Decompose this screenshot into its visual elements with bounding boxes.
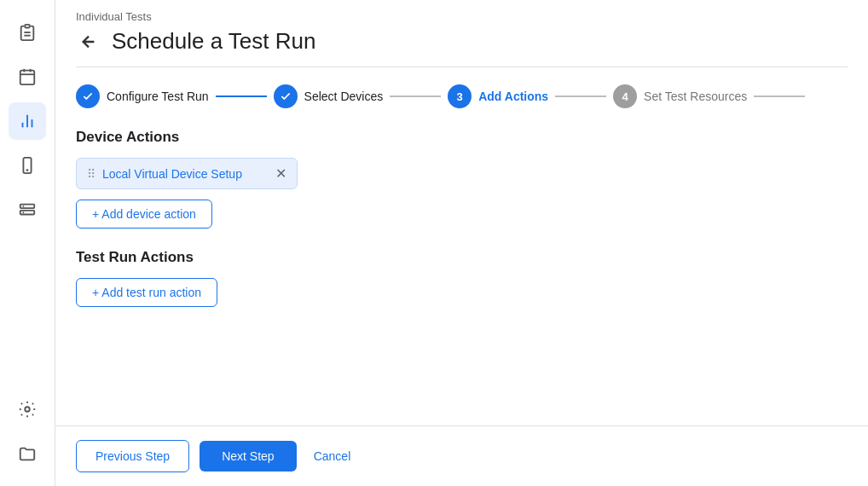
chip-label: Local Virtual Device Setup — [102, 167, 269, 181]
sidebar-item-phone[interactable] — [9, 147, 46, 184]
sidebar-item-chart[interactable] — [9, 102, 46, 140]
main-panel: Individual Tests Schedule a Test Run Con… — [55, 0, 868, 486]
test-run-actions-section: Test Run Actions + Add test run action — [76, 249, 848, 307]
sidebar-item-folder[interactable] — [9, 435, 46, 472]
step-4-label: Set Test Resources — [644, 90, 747, 103]
step-3-label: Add Actions — [478, 90, 548, 103]
svg-rect-3 — [20, 71, 35, 85]
device-actions-section: Device Actions ⠿ Local Virtual Device Se… — [76, 129, 848, 229]
svg-rect-13 — [20, 211, 35, 215]
step-1-label: Configure Test Run — [107, 90, 209, 103]
back-button[interactable] — [76, 29, 101, 55]
footer: Previous Step Next Step Cancel — [55, 425, 868, 486]
sidebar-item-calendar[interactable] — [9, 58, 46, 95]
step-1-circle — [76, 84, 100, 108]
page-title: Schedule a Test Run — [112, 28, 315, 55]
step-indicator: Configure Test Run Select Devices 3 Add … — [55, 67, 868, 125]
step-3: 3 Add Actions — [448, 84, 548, 108]
test-run-actions-title: Test Run Actions — [76, 249, 848, 266]
step-1: Configure Test Run — [76, 84, 209, 108]
step-2-circle — [274, 84, 298, 108]
content-area: Device Actions ⠿ Local Virtual Device Se… — [55, 125, 868, 425]
add-test-run-action-button[interactable]: + Add test run action — [76, 278, 217, 307]
previous-step-button[interactable]: Previous Step — [76, 440, 189, 472]
step-2: Select Devices — [274, 84, 384, 108]
title-row: Schedule a Test Run — [76, 28, 848, 67]
sidebar-item-settings[interactable] — [9, 391, 46, 428]
svg-rect-12 — [20, 205, 35, 209]
header: Individual Tests Schedule a Test Run — [55, 0, 868, 67]
svg-rect-0 — [25, 25, 30, 28]
drag-handle-icon[interactable]: ⠿ — [87, 167, 95, 181]
step-4-circle: 4 — [613, 84, 637, 108]
add-device-action-button[interactable]: + Add device action — [76, 200, 212, 229]
connector-1 — [216, 95, 267, 97]
device-actions-title: Device Actions — [76, 129, 848, 146]
connector-2 — [390, 95, 441, 97]
sidebar-item-clipboard[interactable] — [9, 14, 46, 51]
svg-point-14 — [23, 205, 25, 207]
device-action-chip: ⠿ Local Virtual Device Setup ✕ — [76, 158, 298, 189]
connector-3 — [555, 95, 606, 97]
cancel-button[interactable]: Cancel — [307, 441, 358, 472]
chip-close-button[interactable]: ✕ — [275, 165, 286, 182]
breadcrumb: Individual Tests — [76, 10, 848, 23]
step-4: 4 Set Test Resources — [613, 84, 747, 108]
next-step-button[interactable]: Next Step — [200, 441, 296, 472]
step-3-circle: 3 — [448, 84, 472, 108]
sidebar-item-servers[interactable] — [9, 191, 46, 229]
step-2-label: Select Devices — [304, 90, 384, 103]
svg-point-16 — [25, 407, 30, 412]
svg-point-15 — [23, 211, 25, 213]
sidebar — [0, 0, 55, 486]
connector-4 — [754, 95, 805, 97]
